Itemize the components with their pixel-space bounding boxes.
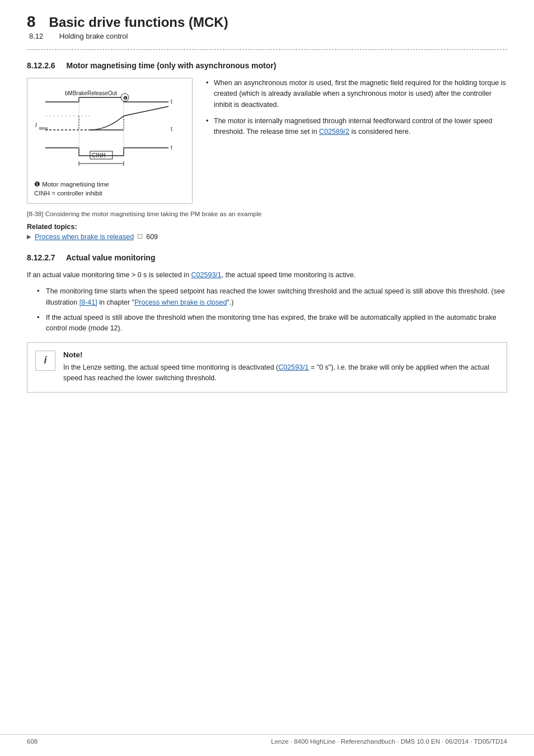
page-header: 8 Basic drive functions (MCK) 8.12 Holdi… [27, 13, 507, 40]
divider [27, 49, 507, 50]
text-column-8-12-2-6: When an asynchronous motor is used, firs… [206, 78, 507, 204]
subsection-number: 8.12.2.6 [27, 61, 55, 70]
note-body: In the Lenze setting, the actual speed t… [63, 362, 496, 384]
note-box: i Note! In the Lenze setting, the actual… [27, 342, 507, 393]
bullet-1: When an asynchronous motor is used, firs… [206, 78, 507, 110]
footer-info: Lenze · 8400 HighLine · Referenzhandbuch… [271, 738, 507, 745]
section-title: Holding brake control [59, 32, 128, 40]
link-process-closed[interactable]: Process when brake is closed [134, 298, 227, 306]
svg-text:bMBrakeReleaseOut: bMBrakeReleaseOut [65, 90, 117, 96]
figure-caption: [8-38] Considering the motor magnetising… [27, 211, 507, 217]
bullet-list-827: The monitoring time starts when the spee… [37, 286, 507, 334]
bullet-2: The motor is internally magnetised throu… [206, 116, 507, 138]
link-C02593-intro[interactable]: C02593/1 [191, 271, 222, 279]
timing-diagram: bMBrakeReleaseOut t ❶ I BRK t [34, 85, 185, 175]
intro-text: If an actual value monitoring time > 0 s… [27, 270, 507, 281]
triangle-icon: ▶ [27, 234, 31, 240]
page-icon: ☐ [137, 233, 143, 240]
content-row: bMBrakeReleaseOut t ❶ I BRK t [27, 78, 507, 204]
svg-text:t: t [171, 99, 172, 105]
subsection-number-827: 8.12.2.7 [27, 253, 55, 262]
related-link-item: ▶ Process when brake is released ☐ 609 [27, 233, 507, 241]
chapter-title: Basic drive functions (MCK) [49, 15, 228, 30]
note-title: Note! [63, 351, 496, 359]
section-number: 8.12 [29, 32, 57, 40]
related-link-page: 609 [146, 233, 158, 241]
bullet-827-2: If the actual speed is still above the t… [37, 312, 507, 334]
related-topics-heading: Related topics: [27, 223, 507, 231]
figure-number: [8-38] [27, 211, 43, 217]
page-number: 608 [27, 738, 38, 745]
related-link[interactable]: Process when brake is released [35, 233, 134, 241]
related-topics: Related topics: ▶ Process when brake is … [27, 223, 507, 241]
page-footer: 608 Lenze · 8400 HighLine · Referenzhand… [0, 734, 534, 745]
subsection-heading-8-12-2-6: 8.12.2.6 Motor magnetising time (only wi… [27, 61, 507, 70]
svg-text:I: I [35, 122, 37, 128]
figure-caption-text: Considering the motor magnetising time t… [45, 211, 262, 217]
link-841[interactable]: [8-41] [79, 298, 97, 306]
chapter-number: 8 [27, 13, 36, 31]
section-8-12-2-7: 8.12.2.7 Actual value monitoring If an a… [27, 253, 507, 393]
subsection-title-827: Actual value monitoring [66, 253, 155, 262]
svg-text:t: t [171, 126, 172, 132]
subsection-title: Motor magnetising time (only with asynch… [67, 61, 277, 70]
legend-1: ❶ Motor magnetising time [34, 180, 109, 189]
section-8-12-2-6: 8.12.2.6 Motor magnetising time (only wi… [27, 61, 507, 241]
note-icon-letter: i [44, 354, 46, 366]
diagram-legend: ❶ Motor magnetising time CINH = controll… [34, 180, 185, 198]
diagram-box: bMBrakeReleaseOut t ❶ I BRK t [27, 78, 193, 204]
svg-text:t: t [171, 144, 172, 151]
link-C02589[interactable]: C02589/2 [319, 128, 349, 136]
note-icon: i [35, 351, 55, 371]
bullet-827-1: The monitoring time starts when the spee… [37, 286, 507, 308]
subsection-heading-8-12-2-7: 8.12.2.7 Actual value monitoring [27, 253, 507, 262]
note-content: Note! In the Lenze setting, the actual s… [63, 351, 496, 384]
legend-cinh: CINH = controller inhibit [34, 189, 102, 198]
link-C02593-note[interactable]: C02593/1 [278, 363, 308, 371]
